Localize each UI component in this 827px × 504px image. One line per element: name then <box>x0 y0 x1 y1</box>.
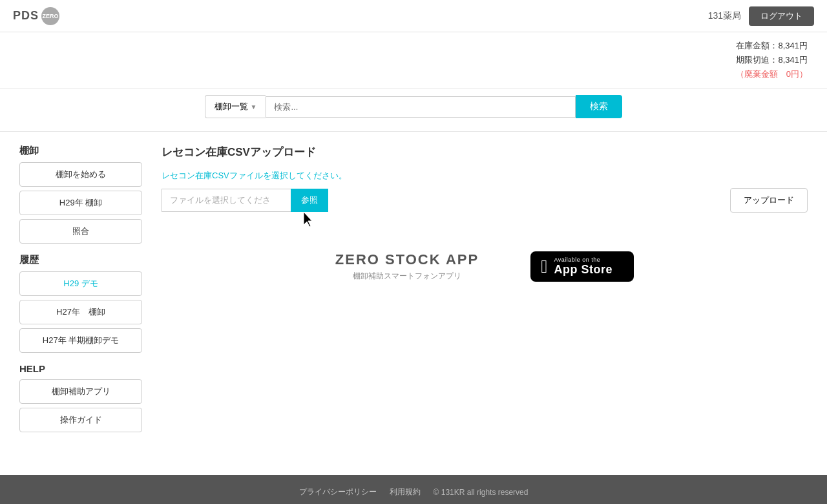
sidebar-section-help: HELP <box>19 363 142 374</box>
app-store-badge[interactable]:  Available on the App Store <box>530 251 634 282</box>
app-store-text-block: Available on the App Store <box>554 257 612 277</box>
search-button[interactable]: 検索 <box>576 95 622 118</box>
expiry-amount: 期限切迫：8,341円 <box>19 53 808 67</box>
file-input-display: ファイルを選択してくださ <box>162 189 291 212</box>
info-bar: 在庫金額：8,341円 期限切迫：8,341円 （廃棄金額 0円） <box>0 32 827 88</box>
footer-terms[interactable]: 利用規約 <box>390 487 421 498</box>
logo: PDS ZERO <box>13 7 59 25</box>
sidebar-btn-h27half[interactable]: H27年 半期棚卸デモ <box>19 328 142 353</box>
browse-button[interactable]: 参照 <box>291 189 328 212</box>
sidebar: 棚卸 棚卸を始める H29年 棚卸 照合 履歴 H29 デモ H27年 棚卸 H… <box>19 145 142 436</box>
inventory-dropdown[interactable]: 棚卸一覧 <box>205 95 266 118</box>
upload-btn-wrapper: アップロード <box>730 188 808 213</box>
app-promo-subtitle: 棚卸補助スマートフォンアプリ <box>335 271 479 282</box>
sidebar-section-inventory: 棚卸 <box>19 145 142 157</box>
logo-badge: ZERO <box>41 7 59 25</box>
apple-icon:  <box>541 258 547 276</box>
search-bar: 棚卸一覧 検索 <box>0 89 827 131</box>
main-container: 棚卸 棚卸を始める H29年 棚卸 照合 履歴 H29 デモ H27年 棚卸 H… <box>0 132 827 449</box>
footer-copyright: © 131KR all rights reserved <box>434 488 529 497</box>
file-upload-row: ファイルを選択してくださ 参照 アップロード <box>162 188 808 213</box>
footer-privacy[interactable]: プライバシーポリシー <box>299 487 377 498</box>
app-promo-text: ZERO STOCK APP 棚卸補助スマートフォンアプリ <box>335 251 479 282</box>
app-promo-title: ZERO STOCK APP <box>335 251 479 268</box>
content-area: レセコン在庫CSVアップロード レセコン在庫CSVファイルを選択してください。 … <box>162 145 808 436</box>
sidebar-btn-start[interactable]: 棚卸を始める <box>19 162 142 187</box>
logo-text: PDS <box>13 9 39 23</box>
header: PDS ZERO 131薬局 ログアウト <box>0 0 827 32</box>
sidebar-btn-assist[interactable]: 棚卸補助アプリ <box>19 379 142 404</box>
header-right: 131薬局 ログアウト <box>708 6 814 26</box>
sidebar-btn-h29demo[interactable]: H29 デモ <box>19 271 142 296</box>
sidebar-section-history: 履歴 <box>19 254 142 266</box>
content-title: レセコン在庫CSVアップロード <box>162 145 808 160</box>
footer: プライバシーポリシー 利用規約 © 131KR all rights reser… <box>0 475 827 504</box>
sidebar-btn-h29[interactable]: H29年 棚卸 <box>19 191 142 215</box>
app-store-available: Available on the <box>554 257 612 263</box>
search-input[interactable] <box>266 96 576 118</box>
sidebar-btn-h27[interactable]: H27年 棚卸 <box>19 300 142 324</box>
waste-amount: （廃棄金額 0円） <box>19 67 808 81</box>
upload-section: レセコン在庫CSVアップロード レセコン在庫CSVファイルを選択してください。 … <box>162 145 808 213</box>
stock-amount: 在庫金額：8,341円 <box>19 39 808 53</box>
logout-button[interactable]: ログアウト <box>749 6 814 26</box>
upload-label: レセコン在庫CSVファイルを選択してください。 <box>162 170 808 182</box>
pharmacy-name: 131薬局 <box>708 10 741 22</box>
app-store-name: App Store <box>554 263 612 277</box>
sidebar-btn-collate[interactable]: 照合 <box>19 219 142 244</box>
sidebar-btn-guide[interactable]: 操作ガイド <box>19 408 142 432</box>
app-promo: ZERO STOCK APP 棚卸補助スマートフォンアプリ  Availabl… <box>162 238 808 295</box>
file-placeholder: ファイルを選択してくださ <box>170 195 271 205</box>
upload-button[interactable]: アップロード <box>730 188 808 213</box>
